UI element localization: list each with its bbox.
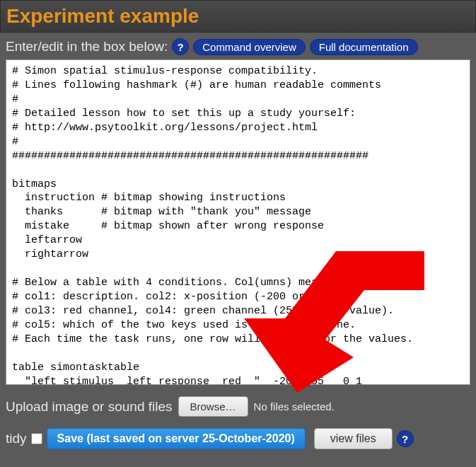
file-selection-status: No files selected. bbox=[254, 400, 335, 413]
save-button[interactable]: Save (last saved on server 25-October-20… bbox=[47, 428, 306, 449]
help-button[interactable]: ? bbox=[172, 38, 189, 55]
page-title: Experiment example bbox=[6, 5, 470, 28]
experiment-code-editor[interactable] bbox=[6, 59, 470, 385]
tidy-label: tidy bbox=[6, 431, 27, 446]
editor-label: Enter/edit in the box below: bbox=[6, 39, 168, 54]
view-files-button[interactable]: view files bbox=[314, 428, 393, 449]
upload-label: Upload image or sound files bbox=[6, 399, 173, 415]
tidy-checkbox[interactable] bbox=[31, 433, 42, 444]
command-overview-button[interactable]: Command overview bbox=[193, 39, 306, 55]
browse-button[interactable]: Browse… bbox=[178, 396, 248, 417]
help-button-bottom[interactable]: ? bbox=[397, 430, 414, 447]
full-documentation-button[interactable]: Full documentation bbox=[310, 39, 418, 55]
